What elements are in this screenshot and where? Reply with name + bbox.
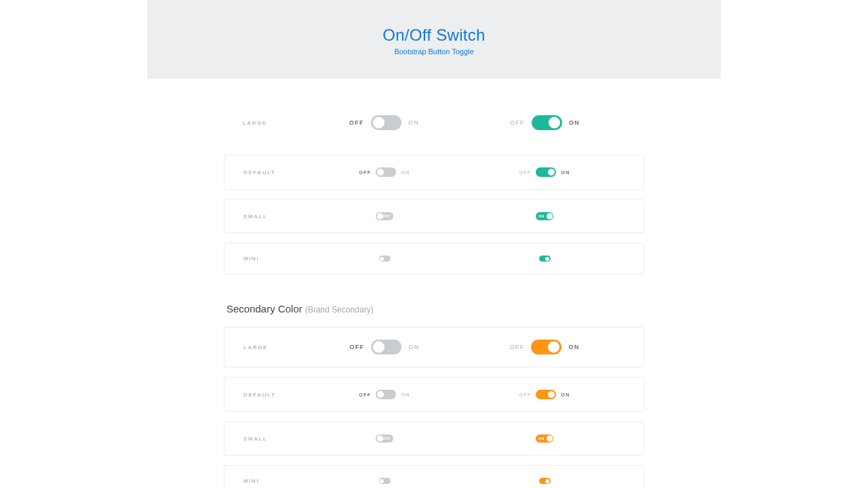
toggle-small-off[interactable]: OFF xyxy=(376,434,393,443)
size-label-mini: MINI xyxy=(243,478,304,484)
toggle-large-on[interactable] xyxy=(531,340,561,354)
off-label: OFF xyxy=(359,170,371,175)
off-label: OFF xyxy=(359,392,371,397)
size-label-large: LARGE xyxy=(243,344,304,350)
size-label-default: DEFAULT xyxy=(243,392,304,398)
toggle-mini-on[interactable] xyxy=(539,256,551,262)
row-mini-primary: MINI xyxy=(224,243,644,274)
size-label-mini: MINI xyxy=(243,256,304,262)
toggle-default-off[interactable] xyxy=(376,390,396,399)
size-label-small: SMALL xyxy=(243,214,304,220)
on-label: ON xyxy=(401,170,410,175)
row-default-primary: DEFAULT OFF ON OFF ON xyxy=(224,155,644,190)
toggle-large-on[interactable] xyxy=(532,115,562,130)
toggle-default-off[interactable] xyxy=(376,167,396,177)
on-label: ON xyxy=(408,119,419,126)
on-label: ON xyxy=(401,392,410,397)
toggle-default-on[interactable] xyxy=(536,390,556,399)
row-large-secondary: LARGE OFF ON OFF ON xyxy=(224,327,644,367)
size-label-small: SMALL xyxy=(243,436,304,442)
on-label: ON xyxy=(408,344,419,350)
row-large-primary: LARGE OFF ON OFF ON xyxy=(224,111,644,134)
size-label-large: LARGE xyxy=(243,120,304,126)
on-label: ON xyxy=(561,170,570,175)
toggle-small-off[interactable]: OFF xyxy=(376,212,393,220)
toggle-small-on[interactable]: ON xyxy=(536,212,553,220)
off-label: OFF xyxy=(510,119,525,126)
off-label: OFF xyxy=(519,170,531,175)
toggle-large-off[interactable] xyxy=(371,115,401,130)
toggle-default-on[interactable] xyxy=(536,167,556,177)
page-title: On/Off Switch xyxy=(147,26,721,45)
toggle-mini-off[interactable] xyxy=(379,478,391,484)
toggle-small-on[interactable]: ON xyxy=(536,434,553,443)
off-label: OFF xyxy=(349,119,364,126)
hero-banner: On/Off Switch Bootstrap Button Toggle xyxy=(147,0,721,79)
row-default-secondary: DEFAULT OFF ON OFF ON xyxy=(224,377,644,412)
size-label-default: DEFAULT xyxy=(243,169,304,176)
row-small-secondary: SMALL OFF ON xyxy=(224,422,644,455)
off-label: OFF xyxy=(349,344,364,350)
toggle-large-off[interactable] xyxy=(371,340,401,354)
toggle-mini-off[interactable] xyxy=(379,256,391,262)
on-label: ON xyxy=(561,392,570,397)
row-mini-secondary: MINI xyxy=(224,465,644,488)
row-small-primary: SMALL OFF ON xyxy=(224,199,644,233)
on-label: ON xyxy=(569,119,580,126)
off-label: OFF xyxy=(519,392,531,397)
page-subtitle: Bootstrap Button Toggle xyxy=(147,47,721,56)
toggle-mini-on[interactable] xyxy=(539,478,551,484)
off-label: OFF xyxy=(509,344,524,350)
on-label: ON xyxy=(568,344,579,350)
section-title-secondary: Secondary Color (Brand Secondary) xyxy=(226,303,644,314)
